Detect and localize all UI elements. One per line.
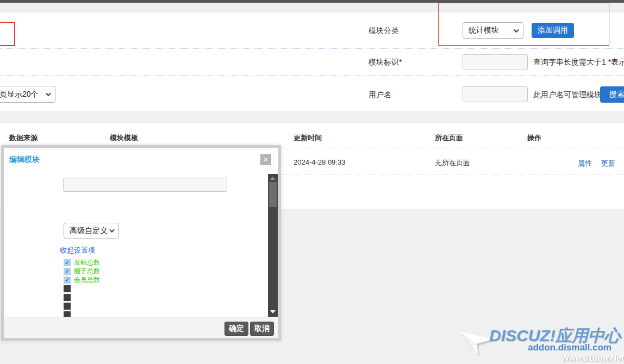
- col-header-updated: 更新时间: [294, 133, 322, 143]
- checkbox-row: [64, 293, 100, 302]
- per-page-select-value: 每页显示20个: [0, 90, 39, 99]
- module-category-select-value: 统计模块: [469, 26, 499, 35]
- checkbox-row: ✓ 发帖总数: [64, 258, 100, 267]
- checkbox-row: ✓ 圈子总数: [64, 267, 100, 275]
- checkbox-row: [64, 284, 100, 293]
- checkbox-checked-icon[interactable]: ✓: [64, 259, 71, 266]
- checkbox-unchecked-icon[interactable]: [64, 294, 71, 301]
- checkbox-row: [64, 302, 100, 310]
- module-name-input[interactable]: [63, 178, 227, 192]
- template-select[interactable]: 高级自定义: [64, 223, 119, 239]
- checkbox-label: 发帖总数: [74, 258, 100, 267]
- row-updated-time: 2024-4-28 09:33: [294, 158, 345, 166]
- watermark-site: Www.91bbw.Net: [561, 353, 624, 362]
- template-select-value: 高级自定义: [70, 226, 108, 236]
- dialog-footer: 确定 取消: [4, 317, 278, 338]
- chevron-down-icon: [46, 91, 51, 96]
- close-icon[interactable]: ✕: [260, 154, 271, 165]
- scrollbar[interactable]: [268, 174, 278, 317]
- username-label: 用户名: [369, 90, 391, 100]
- add-call-button[interactable]: 添加调用: [532, 23, 574, 38]
- checkbox-label: 圈子总数: [74, 267, 100, 276]
- col-header-page: 所在页面: [435, 133, 463, 143]
- search-button[interactable]: 搜索: [600, 86, 624, 103]
- checkbox-row: ✓ 会员总数: [64, 275, 100, 284]
- checkbox-unchecked-icon[interactable]: [64, 285, 71, 292]
- action-link-properties[interactable]: 属性: [578, 159, 592, 167]
- annotation-box-left: [0, 22, 15, 46]
- edit-module-dialog: 编辑模块 ✕ 高级自定义 收起设置项 ✓ 发帖总数 ✓ 圈子总数 ✓ 会员总数: [1, 145, 281, 341]
- scrollbar-thumb[interactable]: [269, 182, 277, 207]
- cancel-button[interactable]: 取消: [250, 322, 274, 336]
- divider: [0, 48, 624, 49]
- col-header-actions: 操作: [527, 133, 541, 143]
- module-category-select[interactable]: 统计模块: [463, 22, 523, 39]
- row-page-cell: 无所在页面: [435, 158, 470, 168]
- checkbox-checked-icon[interactable]: ✓: [64, 277, 71, 284]
- col-header-module-template: 模块模板: [110, 133, 138, 143]
- username-note: 此用户名可管理模块: [533, 90, 602, 100]
- divider: [0, 75, 624, 76]
- dialog-title: 编辑模块: [9, 155, 40, 165]
- scroll-down-icon[interactable]: [270, 310, 276, 313]
- username-input[interactable]: [463, 86, 528, 102]
- chevron-down-icon: [109, 227, 115, 233]
- col-header-data-source: 数据来源: [9, 133, 38, 143]
- checkbox-list: ✓ 发帖总数 ✓ 圈子总数 ✓ 会员总数: [64, 258, 100, 319]
- per-page-select[interactable]: 每页显示20个: [0, 86, 55, 103]
- action-link-update[interactable]: 更新: [601, 159, 615, 167]
- module-category-label: 模块分类: [369, 26, 399, 36]
- checkbox-label: 会员总数: [74, 275, 100, 285]
- module-id-note: 查询字串长度需大于1 *表示支: [533, 58, 624, 67]
- module-id-label: 模块标识*: [369, 58, 402, 67]
- module-id-input[interactable]: [463, 54, 528, 70]
- scroll-up-icon[interactable]: [270, 177, 276, 180]
- checkbox-unchecked-icon[interactable]: [64, 303, 71, 310]
- checkbox-checked-icon[interactable]: ✓: [64, 268, 71, 275]
- row-actions: 属性 更新 数据: [578, 158, 624, 168]
- watermark-domain: addon.dismall.com: [528, 342, 611, 353]
- page: 模块分类 统计模块 添加调用 模块标识* 查询字串长度需大于1 *表示支 用户名…: [0, 0, 624, 364]
- chevron-down-icon: [514, 27, 519, 33]
- collapse-settings-link[interactable]: 收起设置项: [60, 246, 95, 255]
- confirm-button[interactable]: 确定: [224, 322, 248, 336]
